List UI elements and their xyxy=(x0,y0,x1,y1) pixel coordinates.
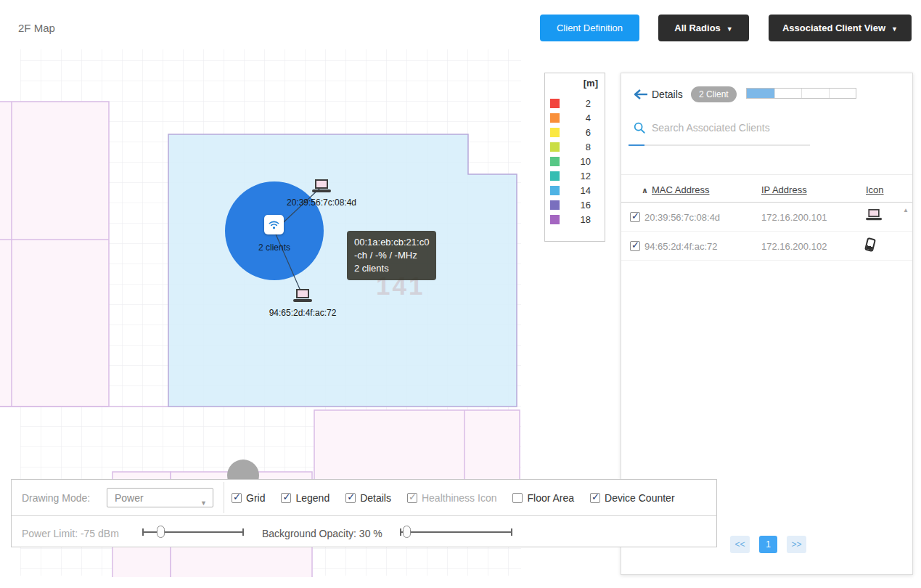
selected-floor-area[interactable] xyxy=(168,134,517,407)
legend-entry: 14 xyxy=(545,183,605,197)
client-ip: 172.16.200.102 xyxy=(761,241,827,252)
scrollbar-up-icon[interactable] xyxy=(903,207,909,213)
page-title: 2F Map xyxy=(18,22,55,34)
legend-value: 16 xyxy=(560,200,605,211)
background-opacity-slider[interactable] xyxy=(400,525,512,539)
ap-client-count-label: 2 clients xyxy=(244,242,305,253)
client-marker[interactable] xyxy=(293,289,312,306)
client-mac-label: 94:65:2d:4f:ac:72 xyxy=(259,308,346,318)
legend-swatch-icon xyxy=(550,128,560,137)
tooltip-mac: 00:1a:eb:cb:21:c0 xyxy=(354,236,429,249)
checkbox-icon[interactable] xyxy=(232,493,242,503)
toolbar-checkbox-grid[interactable]: Grid xyxy=(232,492,265,504)
all-radios-dropdown[interactable]: All Radios xyxy=(658,15,749,41)
search-underline xyxy=(629,144,810,146)
checkbox-label: Details xyxy=(360,492,391,504)
access-point-marker[interactable] xyxy=(264,215,284,234)
progress-separator xyxy=(801,89,802,98)
sort-ascending-icon[interactable] xyxy=(642,186,648,195)
checkbox-icon[interactable] xyxy=(281,493,291,503)
toolbar-checkbox-floor-area[interactable]: Floor Area xyxy=(512,492,574,504)
legend-entry: 12 xyxy=(545,168,605,183)
power-limit-label: Power Limit: -75 dBm xyxy=(22,528,119,539)
legend-entry: 8 xyxy=(545,139,605,154)
pagination-page-1[interactable]: 1 xyxy=(759,536,777,553)
laptop-icon xyxy=(293,289,312,303)
toolbar-checkbox-legend[interactable]: Legend xyxy=(281,492,329,504)
drawing-mode-label: Drawing Mode: xyxy=(22,492,90,504)
slider-tick xyxy=(242,528,244,536)
legend-entry: 2 xyxy=(545,96,605,110)
pagination-last-button[interactable]: >> xyxy=(787,536,806,553)
legend-entry: 10 xyxy=(545,154,605,168)
legend-value: 14 xyxy=(560,185,605,196)
checkbox-icon[interactable] xyxy=(512,493,523,503)
checkbox-icon[interactable] xyxy=(345,493,356,503)
button-label: Client Definition xyxy=(557,23,623,33)
button-label: All Radios xyxy=(674,23,721,33)
associated-client-view-dropdown[interactable]: Associated Client View xyxy=(769,15,912,41)
drawing-mode-select[interactable]: Power xyxy=(107,488,213,507)
legend-value: 18 xyxy=(560,214,605,225)
progress-separator xyxy=(774,89,775,98)
legend-value: 8 xyxy=(560,142,605,152)
slider-tick xyxy=(511,528,512,536)
panel-title: Details xyxy=(652,89,683,100)
wifi-icon xyxy=(267,218,281,232)
toolbar-checkboxes: GridLegendDetailsHealthiness IconFloor A… xyxy=(232,480,675,515)
checkbox-icon[interactable] xyxy=(407,493,417,503)
client-marker[interactable] xyxy=(312,179,331,196)
legend-entry: 16 xyxy=(545,197,605,212)
pagination-first-button[interactable]: << xyxy=(730,536,750,553)
legend-value: 10 xyxy=(560,156,605,167)
search-input[interactable] xyxy=(652,118,822,137)
laptop-icon xyxy=(866,209,885,226)
checkbox-label: Device Counter xyxy=(605,492,675,504)
chevron-down-icon xyxy=(200,495,207,508)
column-header-icon[interactable]: Icon xyxy=(866,184,884,195)
progress-bar xyxy=(746,88,856,99)
search-icon xyxy=(633,121,646,137)
legend-entry: 18 xyxy=(545,212,605,226)
checkbox-label: Healthiness Icon xyxy=(422,492,497,504)
legend-value: 12 xyxy=(560,171,605,181)
legend-swatch-icon xyxy=(550,215,560,224)
legend-swatch-icon xyxy=(550,113,560,123)
client-count-badge: 2 Client xyxy=(691,86,737,102)
distance-legend: [m] 24681012141618 xyxy=(544,73,605,242)
client-mac: 20:39:56:7c:08:4d xyxy=(644,212,720,223)
legend-unit-label: [m] xyxy=(584,78,598,89)
slider-thumb[interactable] xyxy=(157,526,165,538)
row-checkbox[interactable] xyxy=(630,212,640,222)
checkbox-icon[interactable] xyxy=(590,493,600,503)
table-row[interactable]: 94:65:2d:4f:ac:72 172.16.200.102 xyxy=(621,232,912,261)
slider-thumb[interactable] xyxy=(403,526,411,538)
legend-swatch-icon xyxy=(550,200,560,210)
power-limit-slider[interactable] xyxy=(142,525,244,539)
client-mac-label: 20:39:56:7c:08:4d xyxy=(278,197,365,208)
wireless-map-page: 2F Map Client Definition All Radios Asso… xyxy=(0,0,921,588)
legend-entries: 24681012141618 xyxy=(545,96,605,226)
tooltip-radio-info: -ch / -% / -MHz xyxy=(354,249,429,262)
legend-value: 2 xyxy=(560,98,605,109)
slider-tick xyxy=(142,528,144,536)
legend-swatch-icon xyxy=(550,171,560,181)
progress-separator xyxy=(829,89,830,98)
column-header-ip[interactable]: IP Address xyxy=(761,184,807,195)
column-header-mac[interactable]: MAC Address xyxy=(652,184,709,195)
toolbar-checkbox-details[interactable]: Details xyxy=(345,492,391,504)
legend-value: 6 xyxy=(560,127,605,138)
row-checkbox[interactable] xyxy=(630,241,640,251)
smartphone-icon xyxy=(866,238,875,254)
toolbar-checkbox-healthiness-icon[interactable]: Healthiness Icon xyxy=(407,492,497,504)
background-opacity-label: Background Opacity: 30 % xyxy=(262,528,382,539)
back-button[interactable] xyxy=(630,87,650,103)
progress-fill xyxy=(747,89,774,98)
table-row[interactable]: 20:39:56:7c:08:4d 172.16.200.101 xyxy=(621,203,912,232)
chevron-down-icon xyxy=(726,23,733,33)
client-definition-button[interactable]: Client Definition xyxy=(540,15,639,41)
toolbar-checkbox-device-counter[interactable]: Device Counter xyxy=(590,492,675,504)
checkbox-label: Grid xyxy=(246,492,265,504)
search-underline-accent xyxy=(629,144,644,146)
divider xyxy=(621,174,912,175)
